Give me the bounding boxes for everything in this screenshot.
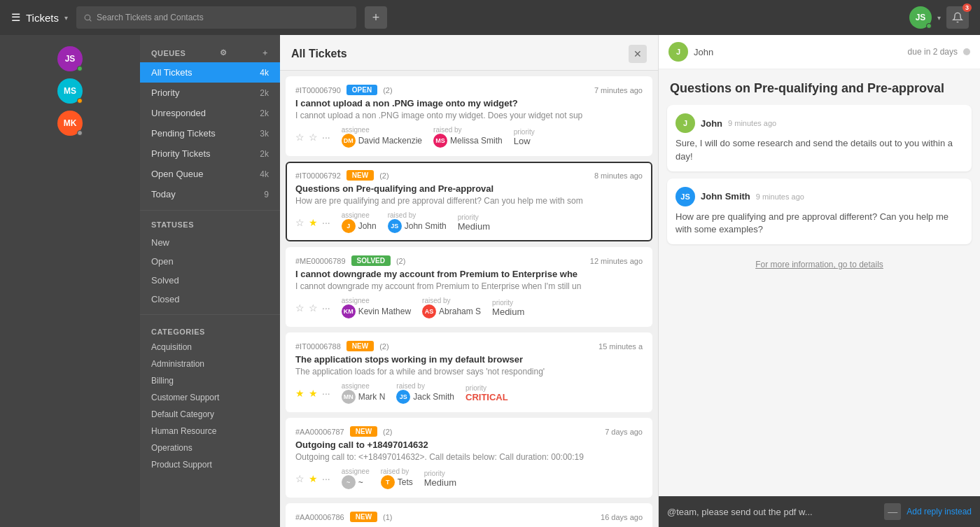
- app-logo: ☰ Tickets ▾: [11, 11, 68, 24]
- add-reply-button[interactable]: Add reply instead: [906, 507, 972, 517]
- ticket-title: I cannot upload a non .PNG image onto my…: [295, 98, 643, 108]
- user-chevron[interactable]: ▾: [937, 14, 941, 22]
- assignee-name: David Mackenzie: [358, 136, 422, 146]
- ticket-reply-count: (1): [383, 513, 392, 521]
- category-acquisition[interactable]: Acquisition: [140, 339, 280, 356]
- add-button[interactable]: +: [365, 6, 387, 29]
- ticket-id: #IT00006792: [295, 171, 341, 180]
- assignee-label: assignee: [342, 468, 370, 475]
- ticket-status-badge: NEW: [350, 512, 377, 522]
- ticket-meta: ★ ★ ··· assignee MN Mark N raised by: [295, 382, 643, 404]
- queue-label: Pending Tickets: [151, 128, 216, 139]
- queue-item-priority-tickets[interactable]: Priority Tickets 2k: [140, 143, 280, 164]
- user-avatar-top[interactable]: JS: [909, 6, 932, 29]
- assignee-name: Kevin Mathew: [358, 307, 411, 316]
- category-operations[interactable]: Operations: [140, 440, 280, 456]
- go-to-details-link[interactable]: For more information, go to details: [667, 251, 972, 278]
- notifications-button[interactable]: 3: [946, 6, 969, 29]
- ticket-preview: How are pre qualifying and pre approval …: [295, 196, 610, 206]
- title-chevron[interactable]: ▾: [64, 14, 68, 22]
- logo-icon: ☰: [11, 11, 20, 24]
- sidebar-avatar-ms[interactable]: MS: [57, 78, 83, 104]
- ticket-card[interactable]: #IT00006792 NEW (2) 8 minutes ago Questi…: [286, 162, 652, 241]
- queue-count: 4k: [260, 68, 269, 78]
- assignee-label: assignee: [342, 382, 386, 390]
- queue-item-today[interactable]: Today 9: [140, 184, 280, 204]
- ticket-card[interactable]: #IT00006788 NEW (2) 15 minutes a The app…: [286, 332, 652, 412]
- search-bar[interactable]: Search Tickets and Contacts: [76, 6, 356, 29]
- starred-icon[interactable]: ★: [309, 473, 318, 484]
- queue-item-unresponded[interactable]: Unresponded 2k: [140, 103, 280, 123]
- more-icon[interactable]: ···: [322, 132, 330, 143]
- content-area: QUEUES ⚙ ＋ All Tickets 4k Priority 2k Un…: [140, 35, 980, 527]
- more-icon[interactable]: ···: [322, 302, 330, 314]
- statuses-header: STATUSES: [140, 216, 280, 233]
- category-hr[interactable]: Human Resource: [140, 423, 280, 440]
- category-default[interactable]: Default Category: [140, 406, 280, 423]
- avatar-status-dot: [77, 66, 83, 71]
- queues-add-icon[interactable]: ＋: [261, 48, 270, 58]
- message-sender-name: John Smith: [701, 191, 750, 202]
- queue-item-all-tickets[interactable]: All Tickets 4k: [140, 62, 280, 83]
- ticket-reply-count: (2): [379, 342, 388, 351]
- more-icon[interactable]: ···: [322, 473, 330, 484]
- ticket-card[interactable]: #IT00006790 OPEN (2) 7 minutes ago I can…: [286, 76, 652, 156]
- star-icon[interactable]: ☆: [295, 217, 304, 228]
- queue-count: 2k: [260, 88, 269, 98]
- queue-count: 2k: [260, 149, 269, 159]
- star-icon[interactable]: ☆: [295, 302, 304, 314]
- category-product-support[interactable]: Product Support: [140, 456, 280, 473]
- queue-item-open-queue[interactable]: Open Queue 4k: [140, 164, 280, 184]
- assignee-avatar: MN: [342, 390, 356, 404]
- category-billing[interactable]: Billing: [140, 372, 280, 389]
- category-administration[interactable]: Administration: [140, 356, 280, 372]
- status-item-new[interactable]: New: [140, 233, 280, 252]
- close-tickets-button[interactable]: ✕: [629, 45, 647, 63]
- status-item-solved[interactable]: Solved: [140, 271, 280, 290]
- assignee-name-detail: John: [694, 47, 713, 57]
- ticket-card[interactable]: #AA00006787 NEW (2) 7 days ago Outgoing …: [286, 418, 652, 498]
- raised-label: raised by: [388, 211, 447, 219]
- status-item-closed[interactable]: Closed: [140, 290, 280, 309]
- categories-label: CATEGORIES: [140, 321, 280, 339]
- reply-input[interactable]: @team, please send out the pdf w...: [667, 507, 878, 517]
- due-date-text: due in 2 days: [908, 47, 958, 57]
- star-icon[interactable]: ★: [309, 388, 318, 399]
- sidebar-avatar-list: JS MS MK: [0, 41, 140, 141]
- ticket-id: #ME00006789: [295, 257, 346, 265]
- more-icon[interactable]: ···: [322, 388, 330, 399]
- more-icon[interactable]: ···: [322, 217, 330, 228]
- minimize-button[interactable]: —: [884, 503, 901, 520]
- queue-item-pending[interactable]: Pending Tickets 3k: [140, 123, 280, 143]
- category-customer-support[interactable]: Customer Support: [140, 389, 280, 406]
- ticket-card[interactable]: #ME00006789 SOLVED (2) 12 minutes ago I …: [286, 247, 652, 327]
- ticket-title: Questions on Pre-qualifying and Pre-appr…: [295, 183, 643, 194]
- bookmark-icon[interactable]: ☆: [309, 132, 318, 143]
- ticket-time: 15 minutes a: [598, 342, 643, 351]
- sidebar-avatar-js[interactable]: JS: [57, 46, 83, 71]
- queues-label: QUEUES: [151, 49, 186, 57]
- queue-item-priority[interactable]: Priority 2k: [140, 83, 280, 103]
- assignee-avatar: DM: [342, 134, 356, 148]
- raised-label: raised by: [381, 468, 413, 475]
- main-layout: JS MS MK QUEUES ⚙ ＋ All Tickets 4k: [0, 35, 980, 527]
- sidebar-avatar-mk[interactable]: MK: [57, 111, 83, 136]
- right-panel: J John due in 2 days Questions on Pre-qu…: [658, 35, 980, 527]
- rph-right: due in 2 days: [908, 47, 970, 57]
- star-icon[interactable]: ☆: [295, 473, 304, 484]
- queues-settings-icon[interactable]: ⚙: [220, 48, 227, 57]
- notification-badge: 3: [962, 3, 972, 12]
- status-item-open[interactable]: Open: [140, 252, 280, 271]
- message-header: JS John Smith 9 minutes ago: [676, 187, 963, 206]
- starred-icon[interactable]: ★: [295, 388, 304, 399]
- ticket-card[interactable]: #AA00006786 NEW (1) 16 days ago Incoming…: [286, 503, 652, 527]
- ticket-reply-count: (2): [383, 428, 392, 436]
- star-icon[interactable]: ☆: [295, 132, 304, 143]
- bookmark-icon[interactable]: ☆: [309, 302, 318, 314]
- starred-icon[interactable]: ★: [309, 217, 318, 228]
- priority-value: Medium: [424, 477, 456, 488]
- assignee-name: ~: [358, 477, 363, 487]
- ticket-title: The application stops working in my defa…: [295, 354, 643, 365]
- queue-label: Unresponded: [151, 108, 206, 118]
- priority-value: Medium: [458, 221, 490, 232]
